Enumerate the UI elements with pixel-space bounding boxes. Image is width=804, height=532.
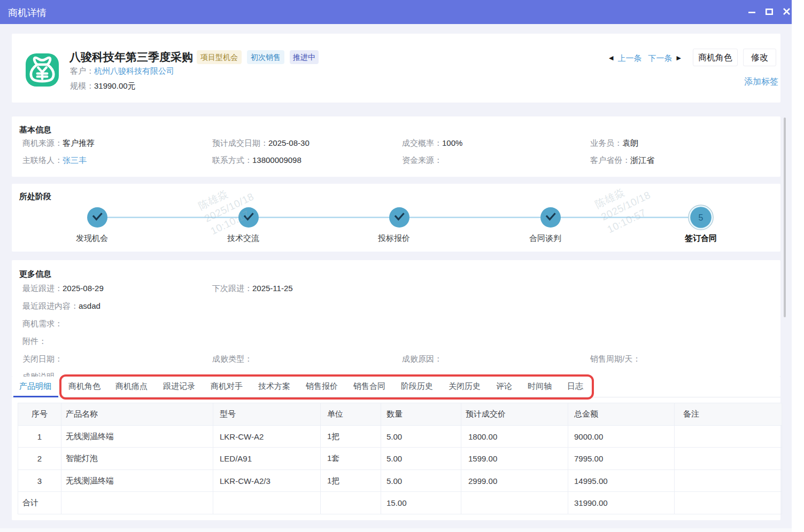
svg-text:5: 5 xyxy=(699,213,703,222)
